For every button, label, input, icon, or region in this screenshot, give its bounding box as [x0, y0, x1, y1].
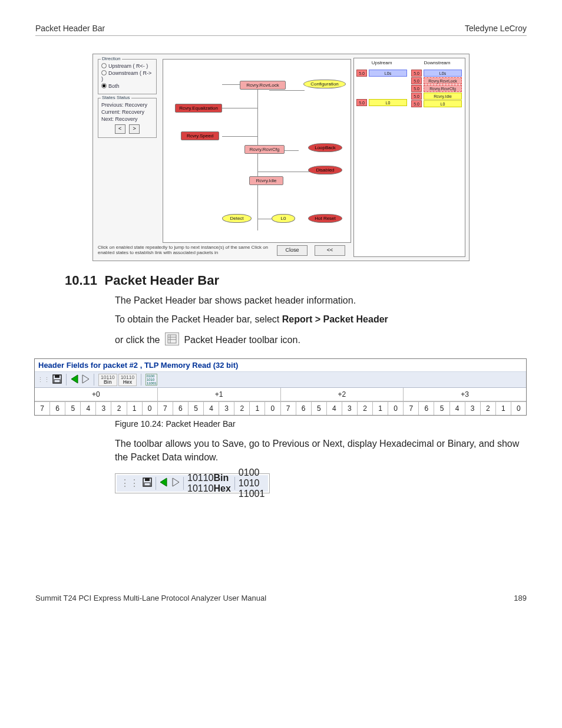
states-legend: States Status — [101, 95, 131, 100]
bit-cell: 7 — [281, 401, 296, 415]
svg-rect-11 — [144, 483, 150, 486]
side-speed: 5.0 — [411, 70, 422, 77]
side-speed: 5.0 — [411, 93, 422, 100]
close-button[interactable]: Close — [277, 245, 308, 256]
status-curr: Current: Recovery — [101, 109, 153, 115]
node-disabled[interactable]: Disabled — [308, 166, 342, 174]
side-state[interactable]: L0s — [369, 70, 407, 77]
side-state[interactable]: L0s — [424, 70, 462, 77]
side-state[interactable]: Rcvry.Idle — [424, 93, 462, 100]
state-next-btn[interactable]: > — [129, 124, 140, 134]
body-paragraph-2: To obtain the Packet Header bar, select … — [115, 313, 527, 326]
bit-cell: 6 — [296, 401, 312, 415]
bit-cell: 1 — [250, 401, 265, 415]
node-rcvr-lock[interactable]: Rcvry.RcvrLock — [240, 81, 286, 90]
side-state[interactable]: L0 — [369, 99, 407, 106]
bit-cell: 2 — [481, 401, 496, 415]
state-prev-btn[interactable]: < — [115, 124, 125, 134]
side-speed: 5.0 — [411, 85, 422, 92]
svg-marker-8 — [82, 375, 89, 383]
prev-button[interactable] — [71, 374, 79, 385]
bit-cell: 6 — [50, 401, 65, 415]
svg-marker-13 — [173, 478, 179, 486]
status-next: Next: Recovery — [101, 116, 153, 122]
binary-button[interactable]: 10110Bin — [187, 473, 231, 483]
side-state[interactable]: L0 — [424, 100, 462, 107]
status-prev: Previous: Recovery — [101, 102, 153, 108]
side-state[interactable]: Rcvry.RcvrCfg — [424, 85, 462, 92]
bit-cell: 3 — [96, 401, 111, 415]
bit-cell: 7 — [35, 401, 50, 415]
node-rcvr-speed[interactable]: Rcvry.Speed — [181, 131, 219, 140]
toolbar-grip-icon[interactable]: ⋮⋮ — [37, 376, 50, 383]
svg-rect-0 — [168, 335, 176, 343]
side-state[interactable]: Rcvry.RcvrLock — [424, 77, 462, 84]
bit-cell: 1 — [496, 401, 511, 415]
section-number: 10.11 — [65, 273, 97, 288]
bit-cell: 7 — [158, 401, 173, 415]
packet-header-toolbar: ⋮⋮ 10110Bin 10110Hex 0100101011001 — [35, 372, 526, 388]
side-speed: 5.0 — [411, 77, 422, 84]
toolbar-figure: ⋮⋮ 10110Bin 10110Hex 0100101011001 — [115, 473, 270, 493]
body-paragraph-1: The Packet Header bar shows packet heade… — [115, 294, 527, 307]
prev-button[interactable] — [160, 477, 168, 489]
binary-button[interactable]: 10110Bin — [98, 374, 117, 386]
node-loopback[interactable]: LoopBack — [308, 143, 342, 152]
bit-cell: 1 — [373, 401, 388, 415]
radio-upstream[interactable]: Upstream ( R<- ) — [101, 63, 153, 69]
offset-cell: +0 — [35, 388, 158, 401]
node-rcvr-idle[interactable]: Rcvry.Idle — [249, 176, 283, 185]
body-paragraph-3: or click the Packet Header toolbar icon. — [115, 332, 527, 347]
radio-downstream[interactable]: Downstream ( R-> ) — [101, 70, 153, 82]
ltssm-dialog: Direction Upstream ( R<- ) Downstream ( … — [92, 54, 470, 261]
dialog-footer-note: Click on enabled state repeatedly to jum… — [98, 245, 275, 256]
svg-marker-7 — [71, 375, 78, 383]
bit-cell: 4 — [450, 401, 465, 415]
collapse-button[interactable]: << — [315, 245, 345, 256]
node-rcvr-cfg[interactable]: Rcvry.RcvrCfg — [244, 145, 285, 154]
side-speed: 5.0 — [411, 100, 422, 107]
figure-caption: Figure 10.24: Packet Header Bar — [115, 419, 527, 429]
side-speed: 5.0 — [356, 99, 367, 106]
node-detect[interactable]: Detect — [222, 214, 252, 223]
menu-path: Report > Packet Header — [282, 314, 388, 324]
bit-cell: 4 — [204, 401, 219, 415]
bit-cell: 5 — [189, 401, 204, 415]
bit-cell: 2 — [234, 401, 250, 415]
side-panel: Upstream Downstream 5.0L0s 5.0L0 5.0L0s … — [353, 58, 465, 257]
offset-cell: +2 — [281, 388, 404, 401]
node-hot-reset[interactable]: Hot Reset — [308, 214, 342, 223]
bit-cell: 6 — [173, 401, 189, 415]
node-rcvr-equalization[interactable]: Rcvry.Equalization — [175, 104, 222, 113]
offset-row: +0+1+2+3 — [35, 388, 526, 401]
toolbar-grip-icon[interactable]: ⋮⋮ — [120, 477, 139, 489]
packet-data-button[interactable]: 0100101011001 — [146, 374, 157, 386]
radio-both[interactable]: Both — [101, 83, 153, 89]
bit-cell: 1 — [127, 401, 143, 415]
hex-button[interactable]: 10110Hex — [118, 374, 137, 386]
section-title: Packet Header Bar — [105, 273, 219, 288]
side-downstream-header: Downstream — [409, 58, 465, 67]
save-button[interactable] — [143, 477, 152, 489]
bit-cell: 0 — [143, 401, 158, 415]
bit-cell: 4 — [81, 401, 96, 415]
bit-cell: 6 — [419, 401, 434, 415]
header-right: Teledyne LeCroy — [465, 24, 527, 33]
next-button[interactable] — [171, 477, 180, 489]
bit-cell: 4 — [327, 401, 342, 415]
bit-cell: 5 — [312, 401, 327, 415]
offset-cell: +1 — [158, 388, 281, 401]
node-l0[interactable]: L0 — [272, 214, 295, 223]
offset-cell: +3 — [404, 388, 526, 401]
hex-button[interactable]: 10110Hex — [187, 483, 231, 494]
svg-marker-12 — [160, 478, 167, 486]
side-upstream-header: Upstream — [354, 58, 409, 67]
packet-header-window: Header Fields for packet #2 , TLP Memory… — [34, 358, 527, 416]
save-button[interactable] — [52, 374, 62, 385]
node-configuration[interactable]: Configuration — [303, 80, 346, 88]
next-button[interactable] — [81, 374, 90, 385]
direction-legend: Direction — [101, 56, 122, 61]
bit-cell: 3 — [342, 401, 358, 415]
packet-data-button[interactable]: 0100101011001 — [239, 467, 265, 499]
bit-cell: 0 — [388, 401, 404, 415]
